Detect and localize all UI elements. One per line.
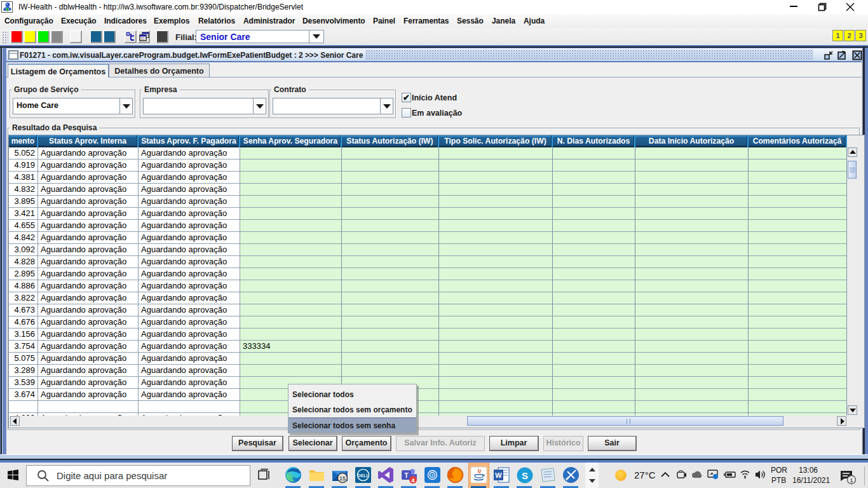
svg-text:W: W bbox=[495, 471, 502, 479]
svg-text:1: 1 bbox=[850, 477, 853, 484]
svg-text:4: 4 bbox=[411, 477, 415, 484]
svg-text:T: T bbox=[404, 472, 408, 479]
svg-text:S: S bbox=[522, 470, 528, 481]
svg-text:15: 15 bbox=[339, 475, 346, 482]
svg-text:DELL: DELL bbox=[357, 473, 369, 478]
